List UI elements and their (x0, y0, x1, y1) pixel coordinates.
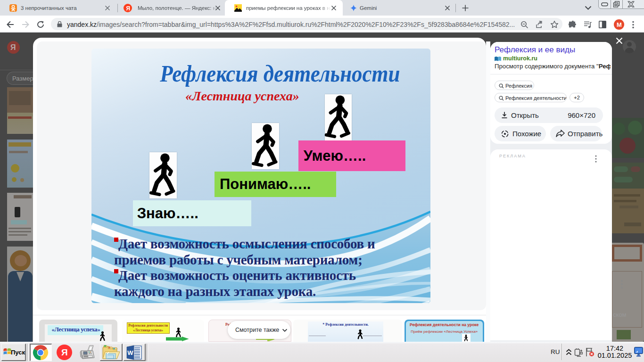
svg-text:W: W (127, 349, 133, 356)
